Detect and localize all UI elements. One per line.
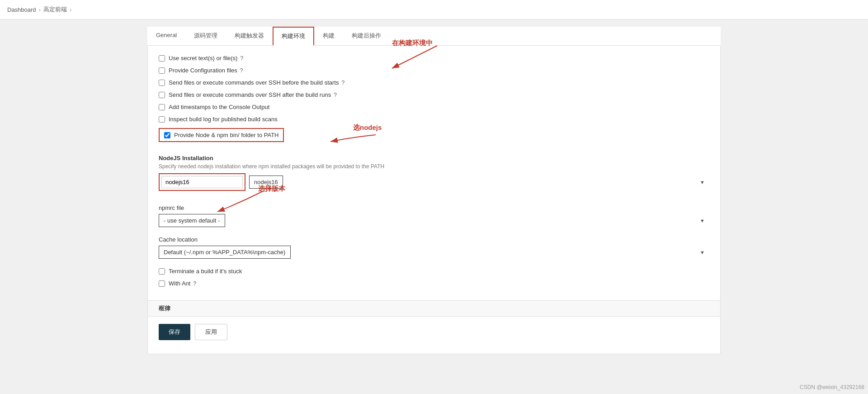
checkbox-ssh-after-input[interactable] [159,92,165,98]
nodejs-section: NodeJS Installation Specify needed nodej… [159,155,709,191]
settings-panel: 在构建环境中 Use secret text(s) or file(s) ? P… [147,46,721,354]
checkbox-nodejs-input[interactable] [164,132,170,138]
nodejs-section-desc: Specify needed nodejs installation where… [159,163,709,170]
npmrc-group: npmrc file - use system default - [159,204,709,227]
checkbox-terminate: Terminate a build if it's stuck [159,268,709,275]
checkbox-ssh-after-label[interactable]: Send files or execute commands over SSH … [169,91,331,98]
checkbox-timestamps-label[interactable]: Add timestamps to the Console Output [169,104,269,110]
checkbox-config-files-label[interactable]: Provide Configuration files [169,67,237,74]
checkbox-inspect-build-label[interactable]: Inspect build log for published build sc… [169,116,278,123]
nodejs-input[interactable] [161,176,243,188]
checkbox-secret-text-input[interactable] [159,55,165,62]
npmrc-label: npmrc file [159,204,709,211]
checkbox-ssh-before: Send files or execute commands over SSH … [159,79,709,86]
checkbox-inspect-build-input[interactable] [159,116,165,123]
help-icon-ant[interactable]: ? [193,280,196,287]
nodejs-select-wrapper: nodejs16 [249,176,709,189]
checkbox-ssh-after: Send files or execute commands over SSH … [159,91,709,98]
checkbox-with-ant-input[interactable] [159,280,165,287]
cache-label: Cache location [159,236,709,243]
npmrc-select-wrapper: - use system default - [159,214,709,227]
checkbox-with-ant-label[interactable]: With Ant [169,280,190,287]
breadcrumb-dashboard[interactable]: Dashboard [7,6,36,13]
checkbox-nodejs-row: Provide Node & npm bin/ folder to PATH [159,128,284,142]
checkbox-terminate-input[interactable] [159,268,165,275]
help-icon-ssh-after[interactable]: ? [334,92,337,98]
nodejs-select[interactable]: nodejs16 [249,176,283,189]
checkbox-with-ant: With Ant ? [159,280,709,287]
checkbox-terminate-label[interactable]: Terminate a build if it's stuck [169,268,242,275]
checkbox-timestamps-input[interactable] [159,104,165,110]
cache-select[interactable]: Default (~/.npm or %APP_DATA%\npm-cache) [159,246,291,259]
checkbox-timestamps: Add timestamps to the Console Output [159,104,709,110]
tab-bar: General 源码管理 构建触发器 构建环境 构建 构建后操作 [147,27,721,46]
help-icon-config[interactable]: ? [240,67,243,74]
save-button[interactable]: 保存 [159,324,190,340]
tab-post-build[interactable]: 构建后操作 [343,27,390,46]
checkbox-config-files-input[interactable] [159,67,165,74]
checkbox-nodejs-label[interactable]: Provide Node & npm bin/ folder to PATH [174,132,278,138]
checkbox-ssh-before-label[interactable]: Send files or execute commands over SSH … [169,79,339,86]
tab-general[interactable]: General [147,27,185,46]
cache-select-wrapper: Default (~/.npm or %APP_DATA%\npm-cache) [159,246,709,259]
nodejs-section-title: NodeJS Installation [159,155,709,161]
section-bar-label: 枢律 [159,305,170,312]
breadcrumb-sep-2: › [70,6,71,13]
button-row: 保存 应用 [159,324,709,340]
npmrc-select[interactable]: - use system default - [159,214,225,227]
breadcrumb-sep-1: › [39,6,41,13]
checkbox-secret-text-label[interactable]: Use secret text(s) or file(s) [169,55,237,62]
tab-trigger[interactable]: 构建触发器 [226,27,273,46]
annotation-nodejs: 选nodejs [353,123,382,132]
tab-source[interactable]: 源码管理 [185,27,226,46]
apply-button[interactable]: 应用 [195,324,227,340]
breadcrumb: Dashboard › 高定前端 › [0,0,868,19]
checkbox-config-files: Provide Configuration files ? [159,67,709,74]
cache-group: Cache location Default (~/.npm or %APP_D… [159,236,709,259]
checkbox-inspect-build: Inspect build log for published build sc… [159,116,709,123]
breadcrumb-project[interactable]: 高定前端 [43,5,67,14]
nodejs-input-wrapper [159,173,245,191]
help-icon-ssh-before[interactable]: ? [341,80,344,86]
help-icon-secret[interactable]: ? [240,55,243,62]
checkbox-ssh-before-input[interactable] [159,80,165,86]
checkbox-secret-text: Use secret text(s) or file(s) ? [159,55,709,62]
tab-build[interactable]: 构建 [314,27,343,46]
watermark: CSDN @weixin_43292168 [800,384,864,390]
section-bar: 枢律 [148,300,720,317]
tab-build-env[interactable]: 构建环境 [273,27,314,46]
